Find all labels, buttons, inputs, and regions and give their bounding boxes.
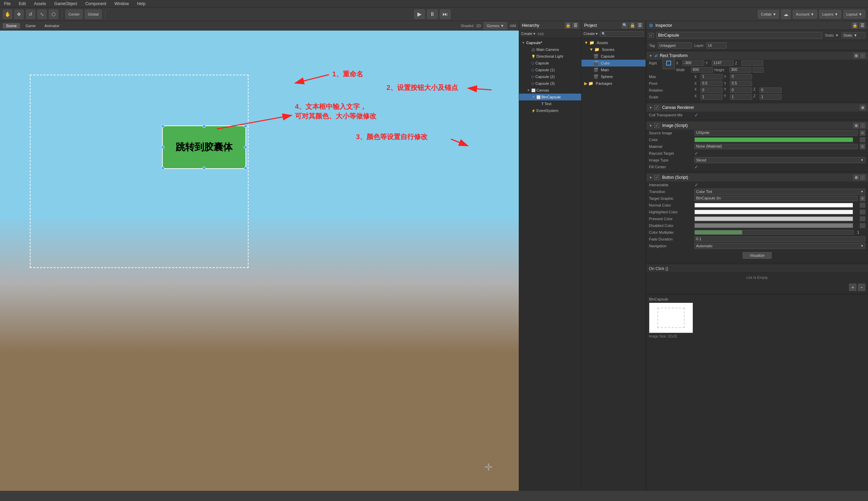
rot-z-field[interactable]: 0 [759, 87, 782, 93]
project-item-capsule-scene[interactable]: 🎬 Capsule [582, 53, 645, 60]
rotate-tool-button[interactable]: ↺ [26, 10, 35, 19]
menu-gameobject[interactable]: GameObject [53, 1, 78, 6]
project-create-button[interactable]: Create ▾ [584, 32, 598, 36]
max-x-field[interactable]: 1 [701, 74, 723, 79]
disabled-color-pick[interactable] [860, 223, 865, 228]
fade-duration-field[interactable]: 0.1 [694, 236, 865, 242]
inspector-menu-button[interactable]: ☰ [859, 22, 865, 29]
tag-dropdown[interactable]: Untagged [658, 42, 692, 49]
material-pick-button[interactable]: ⊙ [860, 144, 865, 149]
project-item-scenes[interactable]: ▼ 📁 Scenes [582, 46, 645, 53]
normal-color-pick[interactable] [860, 203, 865, 207]
tab-scene[interactable]: Scene [3, 23, 20, 29]
menu-window[interactable]: Window [113, 1, 130, 6]
visualize-button[interactable]: Visualize [742, 252, 772, 259]
rot-x-field[interactable]: 0 [701, 87, 723, 93]
obj-name-field[interactable] [657, 32, 822, 39]
max-y-field[interactable]: 0 [730, 74, 752, 79]
collab-dropdown[interactable]: Collab ▼ [758, 10, 779, 19]
fill-center-checkbox[interactable]: ✓ [694, 164, 698, 170]
hand-tool-button[interactable]: ✋ [3, 10, 12, 19]
account-dropdown[interactable]: Account ▼ [793, 10, 817, 19]
rect-transform-menu-button[interactable]: ⋮ [860, 53, 865, 58]
hierarchy-item-eventsystem[interactable]: ⚡ EventSystem [519, 107, 581, 114]
pos-x-field[interactable]: -300 [682, 60, 704, 66]
color-pick-button[interactable] [860, 137, 865, 142]
image-script-toggle[interactable]: ▼ [649, 124, 652, 128]
tab-game[interactable]: Game [22, 23, 39, 29]
constrain-button[interactable] [753, 67, 763, 73]
scale-tool-button[interactable]: ⤡ [37, 10, 47, 19]
cloud-button[interactable]: ☁ [781, 10, 791, 19]
layout-dropdown[interactable]: Layout ▼ [843, 10, 865, 19]
button-script-toggle[interactable]: ▼ [649, 176, 652, 179]
pressed-color-swatch[interactable] [694, 216, 853, 221]
gizmos-button[interactable]: Gizmos ▼ [484, 22, 507, 30]
source-image-field[interactable]: UISprite [694, 130, 858, 136]
play-button[interactable]: ▶ [414, 10, 425, 19]
hierarchy-lock-button[interactable]: 🔒 [565, 22, 571, 29]
hierarchy-item-canvas[interactable]: ▼ ⬜ Canvas [519, 87, 581, 94]
project-item-cube-scene[interactable]: 🎬 Cube [582, 60, 645, 66]
pause-button[interactable]: ⏸ [427, 10, 438, 19]
raycast-checkbox[interactable]: ✓ [694, 151, 698, 156]
hierarchy-item-capsule2[interactable]: ⬡ Capsule (2) [519, 73, 581, 80]
step-button[interactable]: ⏭ [440, 10, 451, 19]
interactable-checkbox[interactable]: ✓ [694, 182, 698, 188]
rot-y-field[interactable]: 0 [730, 87, 752, 93]
image-script-settings-button[interactable]: ⚙ [854, 123, 859, 128]
project-item-assets[interactable]: ▼ 📁 Assets [582, 39, 645, 46]
menu-component[interactable]: Component [84, 1, 108, 6]
highlighted-color-swatch[interactable] [694, 210, 853, 214]
onclick-remove-button[interactable]: − [858, 284, 865, 291]
hierarchy-root[interactable]: ▼ Capsule* [519, 39, 581, 46]
hierarchy-item-text[interactable]: T Text [519, 100, 581, 107]
canvas-renderer-enabled[interactable]: ✓ [654, 105, 659, 110]
static-dropdown[interactable]: Static ▼ [842, 32, 865, 38]
tab-animator[interactable]: Animator [41, 23, 63, 29]
pressed-color-pick[interactable] [860, 216, 865, 221]
hierarchy-item-capsule[interactable]: ⬡ Capsule [519, 60, 581, 66]
button-script-settings-button[interactable]: ⚙ [854, 175, 859, 180]
layers-dropdown[interactable]: Layers ▼ [819, 10, 841, 19]
project-item-sphere-scene[interactable]: 🎬 Sphere [582, 73, 645, 80]
global-toggle-button[interactable]: Global [85, 10, 102, 19]
transition-dropdown[interactable]: Color Tint ▼ [694, 189, 865, 195]
color-swatch[interactable] [694, 137, 853, 142]
menu-file[interactable]: File [3, 1, 12, 6]
target-graphic-pick-button[interactable]: ⊙ [860, 196, 865, 201]
pivot-y-field[interactable]: 0.5 [730, 81, 752, 86]
rect-toggle-icon[interactable]: ▼ [649, 54, 652, 58]
height-field[interactable]: 300 [729, 67, 751, 73]
project-item-packages[interactable]: ▶ 📁 Packages [582, 80, 645, 87]
project-lock-button[interactable]: 🔒 [629, 22, 636, 29]
scene-canvas[interactable]: 跳转到胶囊体 1、重命名 2、设置按钮大小及锚点 3、颜色等设置自行修改 4、文… [0, 31, 519, 491]
project-menu-button[interactable]: ☰ [637, 22, 643, 29]
button-script-enabled[interactable]: ✓ [654, 175, 659, 180]
canvas-renderer-settings-button[interactable]: ⚙ [860, 105, 865, 110]
scale-x-field[interactable]: 1 [701, 94, 723, 100]
canvas-renderer-toggle[interactable]: ▼ [649, 106, 652, 109]
scale-y-field[interactable]: 1 [730, 94, 752, 100]
inspector-lock-button[interactable]: 🔒 [852, 22, 858, 29]
scale-z-field[interactable]: 1 [759, 94, 782, 100]
image-type-dropdown[interactable]: Sliced ▼ [694, 157, 865, 163]
pos-y-field[interactable]: 1147 [712, 60, 734, 66]
color-multiplier-slider[interactable] [694, 230, 854, 235]
pivot-x-field[interactable]: 0.5 [701, 81, 723, 86]
hierarchy-item-capsule1[interactable]: ⬡ Capsule (1) [519, 66, 581, 73]
hierarchy-menu-button[interactable]: ☰ [572, 22, 578, 29]
project-item-main-scene[interactable]: 🎬 Main [582, 66, 645, 73]
obj-enabled-checkbox[interactable]: ✓ [649, 33, 654, 38]
disabled-color-swatch[interactable] [694, 223, 853, 228]
width-field[interactable]: 600 [691, 67, 713, 73]
source-image-pick-button[interactable]: ⊙ [860, 130, 865, 136]
image-script-menu-button[interactable]: ⋮ [860, 123, 865, 128]
rect-tool-button[interactable]: ⬡ [49, 10, 58, 19]
button-script-menu-button[interactable]: ⋮ [860, 175, 865, 180]
anchor-box[interactable] [663, 57, 675, 69]
hierarchy-item-dir-light[interactable]: 💡 Directional Light [519, 53, 581, 60]
center-toggle-button[interactable]: Center [65, 10, 83, 19]
pos-z-field[interactable] [741, 60, 763, 66]
layer-dropdown[interactable]: UI [706, 42, 727, 49]
